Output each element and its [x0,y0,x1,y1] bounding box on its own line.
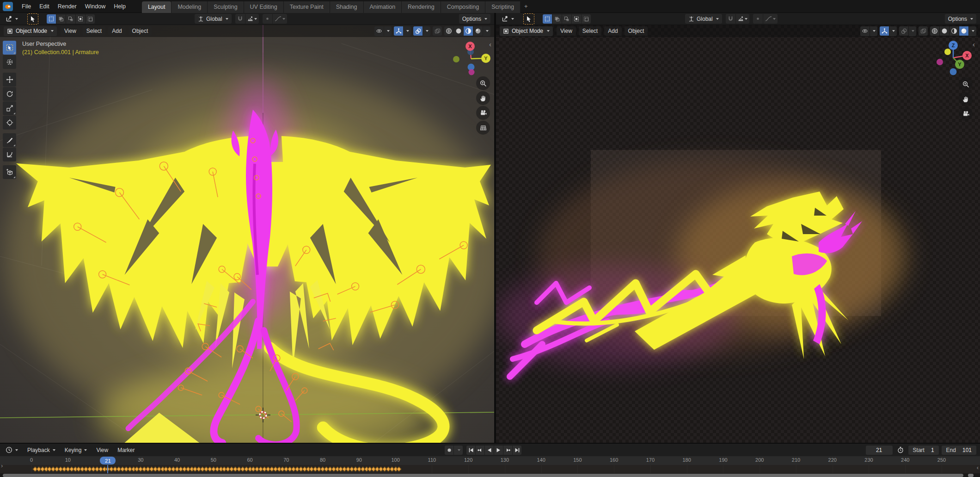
visibility-chevron[interactable] [870,26,877,36]
auto-keying-options[interactable] [454,446,463,455]
nav-gizmo[interactable]: Z X Y [931,39,977,81]
new-workspace-button[interactable]: + [521,1,532,12]
editor-type-button[interactable] [4,446,20,455]
timeline-scrollbar-handle[interactable] [968,474,974,477]
timeline-menu-marker[interactable]: Marker [114,446,138,455]
mode-dropdown[interactable]: Object Mode [4,26,57,36]
shading-chevron[interactable] [483,26,490,36]
gizmos-chevron[interactable] [404,26,411,36]
menu-render[interactable]: Render [54,1,81,12]
pan-button[interactable] [959,92,973,106]
tab-rendering[interactable]: Rendering [402,1,441,13]
viewport-menu-add[interactable]: Add [108,26,125,36]
playhead-label[interactable]: 21 [100,457,116,465]
tab-sculpting[interactable]: Sculpting [208,1,244,13]
tab-texture-paint[interactable]: Texture Paint [284,1,330,13]
viewport-3d-right[interactable]: Object Mode ViewSelectAddObject [496,25,980,443]
tab-animation[interactable]: Animation [364,1,402,13]
tab-compositing[interactable]: Compositing [441,1,485,13]
tab-modeling[interactable]: Modeling [172,1,208,13]
start-frame-field[interactable]: Start 1 [908,446,939,455]
gizmos-toggle[interactable] [880,26,889,36]
shading-solid-button[interactable] [940,26,949,36]
previous-keyframe-button[interactable] [476,446,484,455]
overlays-toggle[interactable] [413,26,423,36]
tool-measure[interactable] [3,148,16,161]
timeline-menu-playback[interactable]: Playback [24,446,59,455]
preview-range-button[interactable] [895,446,906,455]
tab-layout[interactable]: Layout [142,1,172,13]
viewport-3d-left[interactable]: Object Mode ViewSelectAddObject [0,25,494,443]
perspective-toggle-button[interactable] [476,121,490,135]
sidebar-collapse-arrow[interactable]: ‹ [973,42,975,47]
gizmos-chevron[interactable] [889,26,897,36]
timeline-keyframe-track[interactable] [0,465,980,473]
menu-help[interactable]: Help [110,1,130,12]
object-visibility-dropdown[interactable] [374,26,384,36]
tool-scale[interactable] [3,101,16,115]
transform-orientation-dropdown[interactable]: Global [195,14,232,24]
timeline-expand-arrow[interactable]: › [1,462,3,469]
visibility-chevron[interactable] [384,26,392,36]
proportional-falloff-dropdown[interactable] [763,14,778,24]
snap-options-dropdown[interactable] [245,14,259,24]
zoom-button[interactable] [959,77,973,91]
mode-dropdown[interactable]: Object Mode [500,26,553,36]
menu-window[interactable]: Window [81,1,110,12]
nav-gizmo[interactable]: X Y [451,39,494,78]
tab-uv-editing[interactable]: UV Editing [244,1,284,13]
select-intersect-button[interactable] [86,14,95,24]
tool-rotate[interactable] [3,87,16,101]
overlays-toggle[interactable] [899,26,908,36]
options-dropdown[interactable]: Options [459,14,490,24]
tool-transform[interactable] [3,116,16,130]
auto-keying-toggle[interactable] [445,446,453,455]
menu-edit[interactable]: Edit [35,1,54,12]
shading-wireframe-button[interactable] [444,26,453,36]
next-keyframe-button[interactable] [503,446,512,455]
proportional-edit-toggle[interactable] [753,14,763,24]
overlays-chevron[interactable] [909,26,916,36]
shading-solid-button[interactable] [454,26,463,36]
blender-logo-icon[interactable] [3,2,13,11]
viewport-menu-view[interactable]: View [61,26,80,36]
snap-options-dropdown[interactable] [736,14,749,24]
viewport-menu-object[interactable]: Object [129,26,152,36]
shading-chevron[interactable] [969,26,976,36]
timeline-menu-keying[interactable]: Keying [61,446,91,455]
xray-toggle[interactable] [919,26,928,36]
viewport-menu-select[interactable]: Select [579,26,601,36]
sidebar-collapse-arrow[interactable]: ‹ [489,42,491,47]
tool-cursor[interactable] [3,55,16,69]
xray-toggle[interactable] [433,26,442,36]
snap-toggle-button[interactable] [726,14,735,24]
snap-toggle-button[interactable] [235,14,245,24]
play-button[interactable] [494,446,503,455]
select-extend-button[interactable] [552,14,562,24]
keyframe-diamond[interactable] [397,466,402,471]
tab-shading[interactable]: Shading [330,1,364,13]
select-invert-button[interactable] [572,14,581,24]
shading-rendered-button[interactable] [959,26,968,36]
shading-material-button[interactable] [949,26,959,36]
timeline-collapse-arrow[interactable]: ‹ [977,464,979,471]
proportional-falloff-dropdown[interactable] [273,14,287,24]
active-tool-indicator[interactable] [27,13,38,25]
select-new-button[interactable] [543,14,552,24]
timeline-menu-view[interactable]: View [92,446,112,455]
viewport-menu-add[interactable]: Add [604,26,621,36]
tool-move[interactable] [3,73,16,87]
select-subtract-button[interactable] [562,14,571,24]
select-intersect-button[interactable] [582,14,591,24]
play-reverse-button[interactable] [485,446,494,455]
camera-view-button[interactable] [959,107,973,121]
current-frame-field[interactable]: 21 [866,446,893,455]
viewport-menu-view[interactable]: View [557,26,576,36]
tool-annotate[interactable] [3,133,16,147]
options-dropdown[interactable]: Options [945,14,976,24]
zoom-button[interactable] [476,76,490,90]
select-extend-button[interactable] [56,14,66,24]
playhead-line[interactable] [107,465,108,473]
tool-add-cube[interactable] [3,165,16,179]
tab-scripting[interactable]: Scripting [485,1,521,13]
